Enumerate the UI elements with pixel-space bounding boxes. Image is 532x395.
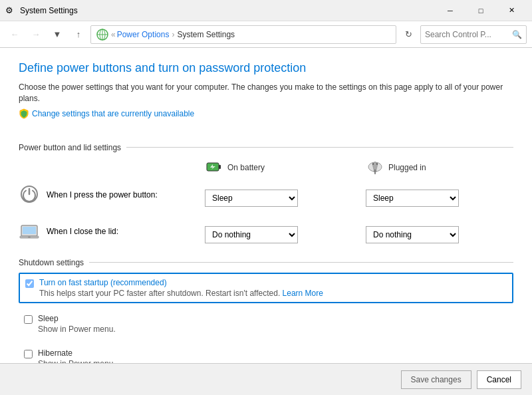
plug-icon bbox=[366, 158, 384, 178]
hibernate-title: Hibernate bbox=[38, 348, 116, 358]
up-button[interactable]: ↑ bbox=[69, 25, 88, 44]
svg-rect-11 bbox=[374, 170, 376, 172]
dropdown-button[interactable]: ▼ bbox=[48, 25, 66, 44]
lid-on-battery-select[interactable]: Do nothing Sleep Hibernate Shut down Tur… bbox=[205, 226, 298, 243]
cancel-button[interactable]: Cancel bbox=[477, 370, 521, 389]
shield-icon bbox=[19, 108, 29, 119]
title-bar-icon: ⚙ bbox=[5, 5, 16, 16]
lid-close-row: When I close the lid: Do nothing Sleep H… bbox=[19, 220, 513, 250]
svg-rect-15 bbox=[23, 227, 36, 234]
power-on-battery-col: Sleep Do nothing Hibernate Shut down Tur… bbox=[205, 190, 352, 207]
power-button-label: When I press the power button: bbox=[47, 190, 158, 199]
col-plugged-label: Plugged in bbox=[388, 163, 426, 172]
main-content: Define power buttons and turn on passwor… bbox=[0, 48, 532, 395]
settings-header-row: On battery Plugged in bbox=[19, 158, 513, 178]
title-bar: ⚙ System Settings ─ □ ✕ bbox=[0, 0, 532, 21]
sleep-checkbox[interactable] bbox=[24, 315, 33, 324]
hibernate-checkbox[interactable] bbox=[24, 350, 33, 358]
lid-plugged-select[interactable]: Do nothing Sleep Hibernate Shut down Tur… bbox=[366, 226, 459, 243]
fast-startup-checkbox[interactable] bbox=[25, 279, 34, 288]
learn-more-link[interactable]: Learn More bbox=[283, 289, 323, 298]
breadcrumb: « Power Options › System Settings bbox=[90, 25, 396, 44]
power-button-row: When I press the power button: Sleep Do … bbox=[19, 184, 513, 213]
battery-icon bbox=[205, 158, 223, 178]
svg-rect-5 bbox=[219, 165, 221, 169]
search-input[interactable] bbox=[425, 30, 512, 39]
power-plugged-col: Sleep Do nothing Hibernate Shut down Tur… bbox=[366, 190, 513, 207]
breadcrumb-power-options[interactable]: Power Options bbox=[117, 30, 170, 39]
sleep-item: Sleep Show in Power menu. bbox=[19, 310, 513, 338]
close-button[interactable]: ✕ bbox=[496, 0, 527, 21]
search-icon: 🔍 bbox=[512, 30, 522, 39]
lid-close-label: When I close the lid: bbox=[47, 227, 118, 236]
save-changes-button[interactable]: Save changes bbox=[401, 370, 471, 389]
change-settings-link[interactable]: Change settings that are currently unava… bbox=[19, 108, 194, 119]
breadcrumb-current: System Settings bbox=[177, 30, 235, 39]
forward-button[interactable]: → bbox=[27, 25, 45, 44]
breadcrumb-icon bbox=[96, 29, 111, 41]
power-icon bbox=[19, 184, 40, 207]
back-button[interactable]: ← bbox=[5, 25, 24, 44]
sleep-title: Sleep bbox=[38, 314, 116, 323]
page-title: Define power buttons and turn on passwor… bbox=[19, 61, 513, 75]
search-box: 🔍 bbox=[420, 25, 527, 44]
col-plugged-in: Plugged in bbox=[366, 158, 513, 178]
col-battery-label: On battery bbox=[227, 163, 265, 172]
title-bar-controls: ─ □ ✕ bbox=[435, 0, 527, 21]
maximize-button[interactable]: □ bbox=[466, 0, 496, 21]
section-label-shutdown: Shutdown settings bbox=[19, 258, 513, 267]
lid-icon bbox=[19, 220, 40, 243]
bottom-bar: Save changes Cancel bbox=[0, 363, 532, 395]
power-on-battery-select[interactable]: Sleep Do nothing Hibernate Shut down Tur… bbox=[205, 190, 298, 207]
fast-startup-title: Turn on fast startup (recommended) bbox=[39, 278, 323, 287]
address-bar: ← → ▼ ↑ « Power Options › System Setting… bbox=[0, 21, 532, 48]
lid-on-battery-col: Do nothing Sleep Hibernate Shut down Tur… bbox=[205, 226, 352, 243]
section-label-power: Power button and lid settings bbox=[19, 143, 513, 152]
power-plugged-select[interactable]: Sleep Do nothing Hibernate Shut down Tur… bbox=[366, 190, 459, 207]
minimize-button[interactable]: ─ bbox=[435, 0, 466, 21]
fast-startup-item: Turn on fast startup (recommended) This … bbox=[19, 273, 513, 303]
svg-rect-12 bbox=[374, 172, 376, 174]
lid-plugged-col: Do nothing Sleep Hibernate Shut down Tur… bbox=[366, 226, 513, 243]
col-on-battery: On battery bbox=[205, 158, 352, 178]
breadcrumb-sep: › bbox=[172, 30, 174, 39]
svg-point-17 bbox=[28, 236, 31, 237]
refresh-button[interactable]: ↻ bbox=[399, 25, 418, 44]
sleep-desc: Show in Power menu. bbox=[38, 325, 116, 334]
title-bar-title: System Settings bbox=[20, 6, 435, 15]
fast-startup-desc: This helps start your PC faster after sh… bbox=[39, 289, 323, 298]
breadcrumb-root: « bbox=[111, 30, 116, 39]
page-description: Choose the power settings that you want … bbox=[19, 82, 513, 104]
